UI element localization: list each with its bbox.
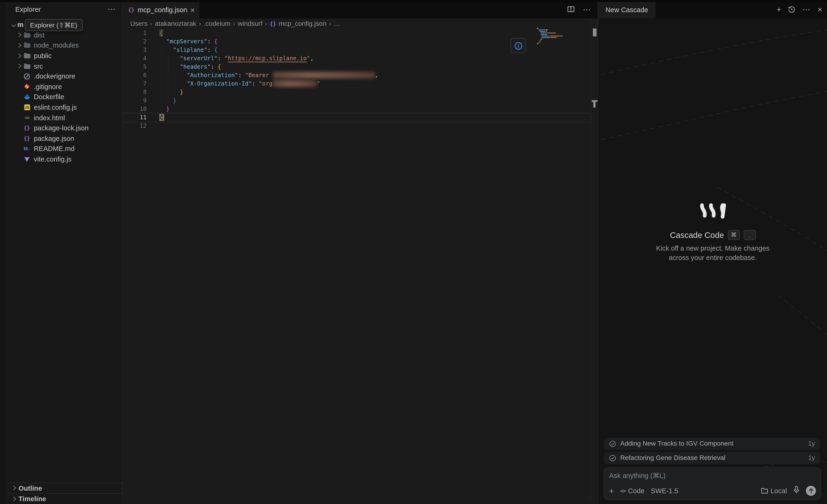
activity-strip [0,0,7,504]
tree-item-gitignore[interactable]: .gitignore [7,82,123,92]
breadcrumb-item[interactable]: atakanoztarak [155,20,196,28]
tree-item-public[interactable]: public [7,51,123,61]
chevron-right-icon [10,487,17,490]
kbd-period: . [743,230,756,240]
breadcrumb-item[interactable]: windsurf [238,20,262,28]
line-number: 8 [123,88,152,97]
code-line-9[interactable]: 9 } [123,97,590,105]
input-toolbar: + <> Code SWE-1.5 Local [609,486,816,496]
code-lines: 1{2 "mcpServers": {3 "sliplane": {4 "ser… [123,29,597,130]
outline-label: Outline [18,484,42,492]
scrollbar-thumb[interactable] [593,29,596,37]
ignore-icon [23,73,31,80]
html-icon: <> [23,115,31,120]
tree-item-label: dist [34,31,45,39]
code-line-12[interactable]: 12 [123,122,590,130]
tab-mcp-config-json[interactable]: {} mcp_config.json × [123,0,199,18]
tree-item-dockerfile[interactable]: Dockerfile [7,92,123,102]
chevron-right-icon [15,34,23,37]
code-line-11[interactable]: 11} [123,113,590,122]
editor-actions: ⋯ [568,0,591,18]
history-item[interactable]: Refactoring Gene Disease Retrieval 1y [604,452,820,464]
tree-item-label: Dockerfile [34,93,64,101]
cascade-actions: + ⋯ × [777,0,822,18]
window-top-edge [0,0,827,2]
info-hover-button[interactable] [510,38,526,53]
close-panel-icon[interactable]: × [818,5,822,14]
split-editor-icon[interactable] [568,4,574,14]
windsurf-window: Explorer ⋯ m dist node_modules [0,0,827,504]
timeline-section[interactable]: Timeline [7,493,123,504]
tree-item-package-lock[interactable]: {} package-lock.json [7,123,123,133]
close-tab-icon[interactable]: × [190,6,195,14]
history-icon[interactable] [788,6,795,13]
explorer-more-icon[interactable]: ⋯ [108,6,116,12]
context-label: Local [771,487,787,495]
panel-more-icon[interactable]: ⋯ [802,7,811,12]
tree-item-eslint-config[interactable]: JS eslint.config.js [7,102,123,112]
tab-new-cascade[interactable]: New Cascade [598,0,655,18]
line-number: 2 [123,38,152,46]
code-line-6[interactable]: 6 "Authorization": "Bearer , [123,71,590,80]
context-selector[interactable]: Local [761,487,787,495]
cascade-subtitle: Kick off a new project. Make changes acr… [598,244,827,262]
line-number: 12 [123,122,152,130]
explorer-header: Explorer ⋯ [7,0,123,18]
history-item-title: Adding New Tracks to IGV Component [620,440,808,448]
breadcrumb-item[interactable]: Users [130,20,147,28]
cascade-title-row: Cascade Code ⌘ . [598,230,827,240]
tree-item-index-html[interactable]: <> index.html [7,112,123,123]
redacted-secret [273,72,375,79]
tree-item-label: package.json [34,134,74,142]
new-conversation-icon[interactable]: + [777,5,781,14]
history-item-title: Refactoring Gene Disease Retrieval [620,454,808,462]
tree-item-package-json[interactable]: {} package.json [7,133,123,144]
code-area[interactable]: 1{2 "mcpServers": {3 "sliplane": {4 "ser… [123,29,597,130]
cascade-tab-bar: New Cascade + ⋯ × [598,0,827,18]
conversation-history: Adding New Tracks to IGV Component 1y Re… [604,438,820,464]
docker-icon [23,94,31,100]
mic-icon[interactable] [793,486,799,496]
chevron-right-icon [15,44,23,47]
code-line-7[interactable]: 7 "X-Organization-Id": "org" [123,80,590,88]
mode-selector[interactable]: <> Code [620,487,644,495]
outline-section[interactable]: Outline [7,483,123,493]
history-item[interactable]: Adding New Tracks to IGV Component 1y [604,438,820,450]
breadcrumb-item[interactable]: mcp_config.json [279,20,326,28]
history-item-time: 1y [808,440,815,448]
code-line-5[interactable]: 5 "headers": { [123,63,590,71]
tree-item-readme[interactable]: M↓ README.md [7,144,123,154]
code-line-8[interactable]: 8 } [123,88,590,97]
tree-item-dockerignore[interactable]: .dockerignore [7,71,123,82]
tree-item-node-modules[interactable]: node_modules [7,40,123,50]
kbd-cmd: ⌘ [728,230,740,240]
tree-item-label: eslint.config.js [34,103,77,111]
breadcrumb-item[interactable]: .codeium [204,20,231,28]
chevron-right-icon [15,54,23,57]
add-context-icon[interactable]: + [609,487,614,495]
tree-item-label: .dockerignore [34,72,75,81]
tree-item-src[interactable]: src [7,61,123,71]
cascade-input[interactable]: Ask anything (⌘L) + <> Code SWE-1.5 Loca… [603,467,821,500]
json-braces-icon: {} [270,21,276,27]
send-button[interactable] [806,486,816,496]
tree-item-dist[interactable]: dist [7,30,123,40]
minimap[interactable] [537,28,570,48]
breadcrumb-item[interactable]: … [334,20,340,28]
code-line-4[interactable]: 4 "serverUrl": "https://mcp.sliplane.io"… [123,54,590,63]
code-line-1[interactable]: 1{ [123,29,590,38]
text-cursor [163,114,164,120]
model-selector[interactable]: SWE-1.5 [651,487,678,495]
tree-item-vite-config[interactable]: vite.config.js [7,154,123,164]
line-number: 1 [123,29,152,38]
folder-icon [23,32,31,38]
editor-more-icon[interactable]: ⋯ [583,7,591,12]
code-line-10[interactable]: 10 } [123,105,590,113]
redacted-secret [273,80,317,87]
chevron-down-icon [10,23,17,27]
tree-item-label: node_modules [34,42,79,49]
check-circle-icon [609,440,616,447]
breadcrumb-separator: › [199,20,201,28]
git-icon [23,84,31,90]
editor-scrollbar[interactable] [591,18,597,498]
